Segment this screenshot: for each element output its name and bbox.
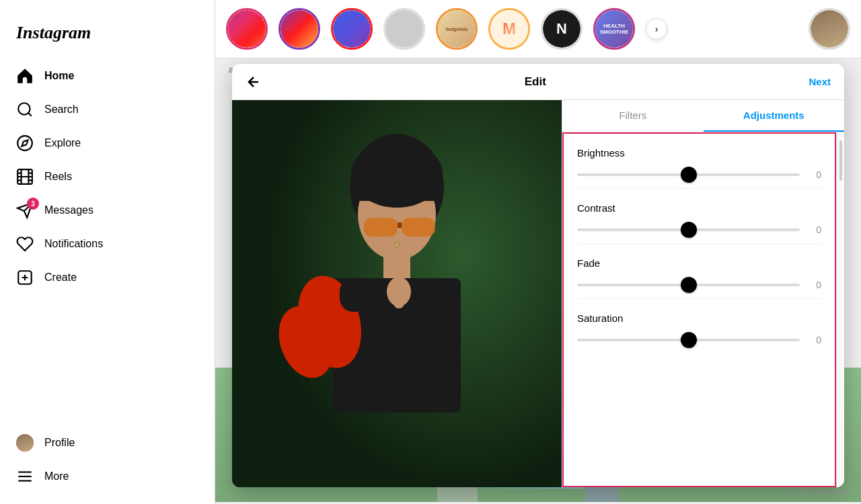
brightness-row: Brightness 0 — [577, 134, 821, 189]
sidebar-label-explore: Explore — [44, 137, 81, 149]
modal-image-pane — [232, 100, 562, 487]
story-4[interactable] — [383, 8, 425, 50]
story-1[interactable] — [226, 8, 268, 50]
saturation-label: Saturation — [577, 312, 821, 324]
fade-label: Fade — [577, 257, 821, 269]
person-illustration — [232, 100, 562, 487]
tab-adjustments[interactable]: Adjustments — [704, 100, 845, 132]
modal-back-button[interactable] — [246, 74, 262, 90]
svg-point-1 — [17, 136, 32, 151]
brightness-track[interactable] — [577, 173, 800, 176]
sidebar-item-explore[interactable]: Explore — [8, 126, 207, 160]
brightness-slider-container: 0 — [577, 169, 821, 180]
home-icon — [16, 67, 34, 85]
contrast-row: Contrast 0 — [577, 189, 821, 244]
modal-tabs: Filters Adjustments — [562, 100, 844, 132]
sidebar-label-create: Create — [44, 271, 77, 284]
contrast-slider-container: 0 — [577, 224, 821, 235]
fade-track[interactable] — [577, 284, 800, 286]
main-content: footprints M N HEALTH SMOOTHIE › — [215, 0, 861, 504]
svg-point-16 — [394, 242, 400, 247]
profile-avatar — [16, 434, 34, 452]
sidebar-item-reels[interactable]: Reels — [8, 160, 207, 194]
modal-next-button[interactable]: Next — [809, 76, 831, 87]
contrast-label: Contrast — [577, 202, 821, 214]
sidebar-item-search[interactable]: Search — [8, 93, 207, 126]
modal-header: Edit Next — [232, 64, 844, 100]
modal-right-pane: Filters Adjustments Brightness — [562, 100, 844, 487]
sidebar-label-home: Home — [44, 70, 74, 82]
sidebar-item-home[interactable]: Home — [8, 59, 207, 93]
story-6[interactable]: M — [488, 8, 530, 50]
story-2[interactable] — [278, 8, 320, 50]
sidebar-bottom: Profile More — [8, 426, 207, 493]
fade-row: Fade 0 — [577, 244, 821, 299]
search-icon — [16, 101, 34, 118]
adjustments-panel: Brightness 0 — [562, 132, 836, 487]
adjustments-container: Brightness 0 — [562, 132, 844, 487]
sidebar-item-notifications[interactable]: Notifications — [8, 227, 207, 261]
contrast-thumb[interactable] — [681, 222, 697, 238]
sidebar-item-more[interactable]: More — [8, 460, 207, 493]
reels-icon — [16, 168, 34, 185]
saturation-track[interactable] — [577, 339, 800, 341]
fade-value: 0 — [808, 280, 821, 290]
fade-slider-container: 0 — [577, 280, 821, 290]
brightness-label: Brightness — [577, 147, 821, 159]
sidebar: Instagram Home Search Explore Reels Mess… — [0, 0, 215, 504]
brightness-value: 0 — [808, 169, 821, 180]
sidebar-item-messages[interactable]: Messages 3 — [8, 194, 207, 227]
story-profile[interactable] — [809, 8, 850, 50]
sidebar-label-reels: Reels — [44, 171, 72, 183]
scrollbar-thumb[interactable] — [839, 140, 842, 181]
saturation-value: 0 — [808, 335, 821, 345]
stories-next-button[interactable]: › — [646, 18, 667, 40]
brightness-thumb[interactable] — [681, 167, 697, 183]
svg-rect-23 — [394, 275, 404, 308]
svg-point-0 — [18, 103, 30, 114]
messages-badge: 3 — [27, 198, 39, 210]
svg-rect-13 — [364, 218, 398, 237]
sidebar-label-notifications: Notifications — [44, 238, 103, 250]
edit-image — [232, 100, 562, 487]
contrast-track[interactable] — [577, 228, 800, 231]
notifications-icon — [16, 235, 34, 253]
story-8[interactable]: HEALTH SMOOTHIE — [593, 8, 635, 50]
edit-modal: Edit Next — [232, 64, 844, 487]
sidebar-label-messages: Messages — [44, 204, 93, 216]
saturation-thumb[interactable] — [681, 332, 697, 348]
stories-bar: footprints M N HEALTH SMOOTHIE › — [215, 0, 861, 58]
modal-body: Filters Adjustments Brightness — [232, 100, 844, 487]
scrollbar[interactable] — [836, 132, 844, 487]
modal-overlay: Edit Next — [215, 58, 861, 502]
create-icon — [16, 269, 34, 286]
story-7[interactable]: N — [541, 8, 583, 50]
saturation-row: Saturation 0 — [577, 299, 821, 353]
fade-thumb[interactable] — [681, 277, 697, 293]
sidebar-label-more: More — [44, 470, 69, 482]
sidebar-item-profile[interactable]: Profile — [8, 426, 207, 460]
modal-title: Edit — [525, 75, 546, 89]
tab-filters[interactable]: Filters — [562, 100, 704, 132]
story-5[interactable]: footprints — [436, 8, 478, 50]
saturation-slider-container: 0 — [577, 335, 821, 345]
contrast-value: 0 — [808, 224, 821, 235]
sidebar-label-search: Search — [44, 103, 79, 116]
svg-rect-15 — [398, 222, 402, 228]
sidebar-label-profile: Profile — [44, 437, 75, 449]
more-icon — [16, 468, 34, 485]
svg-rect-12 — [351, 174, 443, 201]
svg-rect-14 — [402, 218, 435, 237]
explore-icon — [16, 134, 34, 152]
feed-area: as... © 2024 Instagram Edit Next — [215, 58, 861, 502]
story-3[interactable] — [331, 8, 373, 50]
sidebar-item-create[interactable]: Create — [8, 261, 207, 294]
instagram-logo: Instagram — [8, 11, 207, 59]
